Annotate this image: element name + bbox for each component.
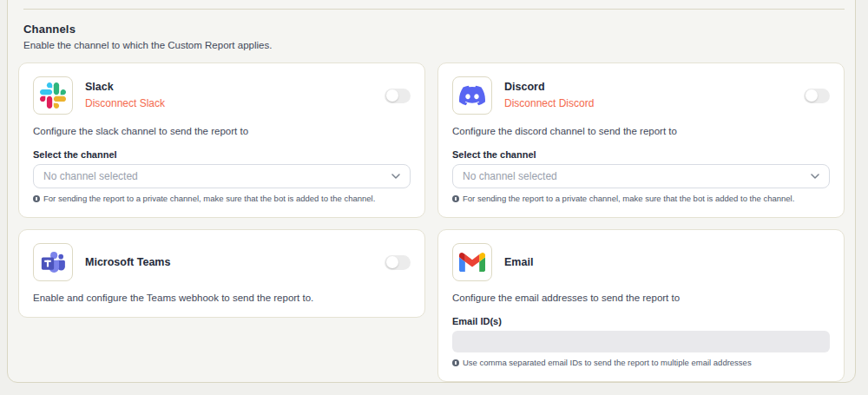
discord-card-titles: Discord Disconnect Discord [504,81,594,110]
slack-note-text: For sending the report to a private chan… [43,194,375,203]
slack-card-header: Slack Disconnect Slack [33,76,411,115]
microsoft-teams-icon [33,243,73,281]
slack-channel-select[interactable]: No channel selected [33,164,411,188]
email-card-header: Email [452,243,830,281]
discord-description: Configure the discord channel to send th… [452,126,830,136]
disconnect-discord-link[interactable]: Disconnect Discord [504,97,594,109]
disconnect-slack-link[interactable]: Disconnect Slack [85,97,165,109]
discord-channel-select[interactable]: No channel selected [452,164,830,188]
discord-note: For sending the report to a private chan… [452,194,830,203]
email-card-titles: Email [504,256,533,268]
slack-select-value: No channel selected [43,170,138,182]
page-subtitle: Enable the channel to which the Custom R… [23,40,845,50]
discord-toggle[interactable] [804,89,830,103]
teams-toggle-knob [386,256,398,268]
slack-select-label: Select the channel [33,149,411,160]
slack-card-titles: Slack Disconnect Slack [85,81,165,110]
teams-card-header: Microsoft Teams [33,243,411,281]
teams-card-titles: Microsoft Teams [85,256,170,268]
channel-cards-grid: Slack Disconnect Slack Configure the sla… [18,63,845,382]
info-icon [33,195,40,202]
email-note-text: Use comma separated email IDs to send th… [463,358,752,367]
slack-card-title: Slack [85,81,165,93]
channels-section-header: Channels Enable the channel to which the… [23,23,845,50]
discord-toggle-knob [806,89,818,102]
discord-note-text: For sending the report to a private chan… [463,194,794,203]
email-ids-label: Email ID(s) [452,316,830,326]
email-note: Use comma separated email IDs to send th… [452,358,830,367]
teams-toggle[interactable] [385,255,411,270]
slack-icon [33,76,73,115]
chevron-down-icon [391,174,400,180]
discord-select-label: Select the channel [452,149,830,160]
email-description: Configure the email addresses to send th… [452,293,830,303]
slack-toggle[interactable] [385,89,411,103]
discord-select-value: No channel selected [463,170,557,182]
discord-card-title: Discord [504,81,594,93]
email-card: Email Configure the email addresses to s… [437,229,845,382]
gmail-icon [452,243,492,281]
email-card-title: Email [504,256,533,268]
page-title: Channels [23,23,845,36]
settings-panel: Channels Enable the channel to which the… [7,0,856,383]
section-divider [23,9,845,10]
discord-icon [452,76,492,115]
info-icon [452,195,459,202]
chevron-down-icon [811,174,819,180]
slack-note: For sending the report to a private chan… [33,194,411,203]
info-icon [452,359,459,366]
teams-card-title: Microsoft Teams [85,256,170,268]
slack-toggle-knob [386,89,398,102]
email-ids-input[interactable] [452,331,830,352]
teams-card: Microsoft Teams Enable and configure the… [18,229,425,318]
slack-description: Configure the slack channel to send the … [33,126,411,136]
teams-description: Enable and configure the Teams webhook t… [33,293,411,303]
discord-card-header: Discord Disconnect Discord [452,76,830,115]
slack-card: Slack Disconnect Slack Configure the sla… [18,63,425,218]
discord-card: Discord Disconnect Discord Configure the… [437,63,845,218]
